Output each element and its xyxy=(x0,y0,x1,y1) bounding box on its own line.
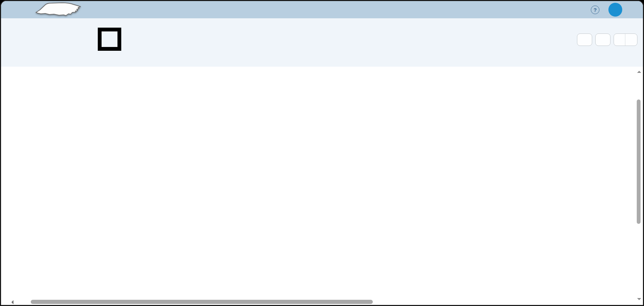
notifications-bell-icon[interactable] xyxy=(572,5,582,15)
scroll-down-arrow-icon[interactable] xyxy=(637,298,641,300)
scroll-left-arrow-icon[interactable] xyxy=(11,300,13,304)
horizontal-scrollbar[interactable] xyxy=(1,299,634,304)
vertical-scrollbar[interactable] xyxy=(635,67,642,305)
report-table-viewport xyxy=(1,67,637,289)
design-mode-chevron-icon[interactable] xyxy=(625,34,637,46)
document-title-area[interactable] xyxy=(1,1,643,18)
toolbar-right-actions xyxy=(577,34,637,46)
report-canvas xyxy=(1,67,643,305)
vertical-scrollbar-thumb[interactable] xyxy=(637,99,641,224)
avatar[interactable] xyxy=(608,3,622,17)
clipboard-button[interactable] xyxy=(595,34,610,46)
appbar-actions: ? xyxy=(553,1,622,18)
design-mode-button[interactable] xyxy=(614,34,625,46)
help-icon[interactable]: ? xyxy=(591,6,599,14)
app-window: ? xyxy=(0,0,644,306)
horizontal-scrollbar-thumb[interactable] xyxy=(31,300,373,304)
design-mode-split-button xyxy=(614,34,637,46)
app-header-bar: ? xyxy=(1,1,643,19)
search-icon[interactable] xyxy=(553,5,563,15)
report-tab-bar xyxy=(1,50,643,67)
scroll-up-arrow-icon[interactable] xyxy=(637,71,641,73)
tab-report-main[interactable] xyxy=(23,50,29,67)
add-report-tab-plus-icon[interactable] xyxy=(628,54,637,63)
settings-wrench-button[interactable] xyxy=(577,34,592,46)
ribbon-toolbar xyxy=(1,18,643,50)
tab-report-info[interactable] xyxy=(123,50,128,67)
